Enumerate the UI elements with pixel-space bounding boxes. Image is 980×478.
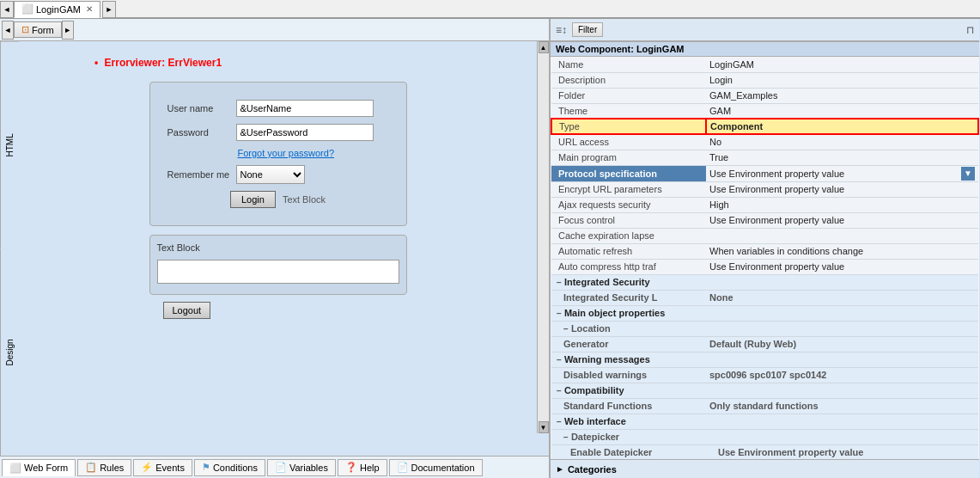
remember-label: Remember me [167,169,236,180]
prop-key: Main program [551,150,706,165]
vertical-scrollbar[interactable]: ▲ ▼ [537,41,549,433]
forgot-password-text[interactable]: Forgot your password? [238,148,335,158]
prop-value: True [706,150,978,165]
table-row: − Compatibility [551,383,978,398]
table-row: Encrypt URL parametersUse Environment pr… [551,181,978,197]
text-block-inner-1 [157,260,399,284]
prop-key: − Main object properties [551,305,978,321]
table-row: Main programTrue [551,150,978,165]
username-input[interactable] [236,100,374,117]
remember-me-row: Remember me None Session Permanent [167,165,389,184]
form-btn-label: Form [32,25,54,35]
text-block-inline: Text Block [283,194,326,205]
tab-help-label: Help [360,463,380,473]
variables-icon: 📄 [275,462,287,473]
categories-arrow: ► [556,464,564,474]
tab-conditions-label: Conditions [213,463,258,473]
html-label[interactable]: HTML [0,41,19,249]
toolbar-scroll-left[interactable]: ◄ [2,21,14,40]
tab-web-form-label: Web Form [24,463,68,473]
left-toolbar: ◄ ⊡ Form ► [0,19,549,41]
properties-table: NameLoginGAMDescriptionLoginFolderGAM_Ex… [551,57,979,459]
prop-value: spc0096 spc0107 spc0142 [706,367,978,383]
prop-key: Theme [551,103,706,119]
tab-scroll-left[interactable]: ◄ [0,1,14,18]
properties-scroll[interactable]: NameLoginGAMDescriptionLoginFolderGAM_Ex… [551,57,979,459]
prop-value: Only standard functions [706,398,978,414]
table-row: − Integrated Security [551,274,978,290]
prop-key: − Integrated Security [551,274,978,290]
properties-footer: ► Categories [551,459,979,478]
prop-key: Folder [551,88,706,103]
table-row: − Datepicker [551,429,978,444]
forgot-password-link[interactable]: Forgot your password? [238,148,389,158]
properties-header: ≡↕ Filter ⊓ [551,19,979,41]
tab-scroll-right[interactable]: ► [102,1,116,18]
login-btn-row: Login Text Block [167,191,389,208]
text-block-label: Text Block [157,242,399,253]
tab-web-form[interactable]: ⬜ Web Form [2,459,76,476]
design-canvas: ▲ ▼ HTML Design • Errorviewer: ErrViewer… [0,41,549,456]
tab-variables[interactable]: 📄 Variables [267,459,336,476]
tab-conditions[interactable]: ⚑ Conditions [194,459,265,476]
tab-documentation-label: Documentation [411,463,475,473]
prop-key: Encrypt URL parameters [551,181,706,197]
login-button[interactable]: Login [230,191,276,208]
tab-logingam[interactable]: ⬜ LoginGAM ✕ [14,1,100,18]
form-icon: ⊡ [21,24,29,35]
tab-documentation[interactable]: 📄 Documentation [389,459,483,476]
prop-key: Auto compress http traf [551,259,706,274]
filter-button[interactable]: Filter [572,22,603,37]
error-viewer-text: Errorviewer: ErrViewer1 [105,57,222,69]
properties-panel: ≡↕ Filter ⊓ Web Component: LoginGAM Name… [550,19,979,478]
tab-close-btn[interactable]: ✕ [86,4,93,14]
prop-key: Description [551,72,706,88]
tab-events[interactable]: ⚡ Events [133,459,192,476]
password-input[interactable] [236,124,374,141]
prop-value-dropdown[interactable]: Use Environment property value▼ [706,165,978,181]
prop-value [706,228,978,243]
properties-section-title: Web Component: LoginGAM [551,41,979,57]
text-block-section: Text Block [149,235,407,295]
prop-key: − Web interface [551,414,978,429]
table-row: − Location [551,321,978,336]
web-form-icon: ⬜ [9,463,21,474]
prop-key: Ajax requests security [551,197,706,212]
form-button[interactable]: ⊡ Form [14,21,62,38]
table-row: URL accessNo [551,134,978,150]
form-icon: ⬜ [21,3,33,15]
prop-key: Focus control [551,212,706,228]
table-row: Auto compress http trafUse Environment p… [551,259,978,274]
logout-button[interactable]: Logout [163,302,211,319]
tab-rules[interactable]: 📋 Rules [77,459,131,476]
remember-select[interactable]: None Session Permanent [236,165,305,184]
design-label[interactable]: Design [0,249,19,457]
prop-value: Use Environment property value [706,181,978,197]
prop-key: Standard Functions [551,398,706,414]
prop-value: Login [706,72,978,88]
toolbar-scroll-right[interactable]: ► [62,21,74,40]
side-labels: HTML Design [0,41,19,456]
sort-icon: ≡↕ [556,24,567,36]
table-row: − Main object properties [551,305,978,321]
prop-value: When variables in conditions change [706,243,978,259]
tab-rules-label: Rules [100,463,124,473]
rules-icon: 📋 [85,462,97,473]
pin-button[interactable]: ⊓ [966,24,974,36]
conditions-icon: ⚑ [202,462,210,473]
prop-value: Component [706,119,978,134]
table-row: − Warning messages [551,352,978,367]
table-row: − Web interface [551,414,978,429]
table-row: ThemeGAM [551,103,978,119]
help-icon: ❓ [345,462,357,473]
prop-key: Disabled warnings [551,367,706,383]
prop-key: Name [551,57,706,72]
table-row: FolderGAM_Examples [551,88,978,103]
prop-value: Use Environment property value [706,444,978,459]
prop-value: LoginGAM [706,57,978,72]
table-row: Integrated Security LNone [551,290,978,305]
prop-key: Type [551,119,706,134]
table-row: NameLoginGAM [551,57,978,72]
tab-help[interactable]: ❓ Help [338,459,387,476]
table-row: DescriptionLogin [551,72,978,88]
